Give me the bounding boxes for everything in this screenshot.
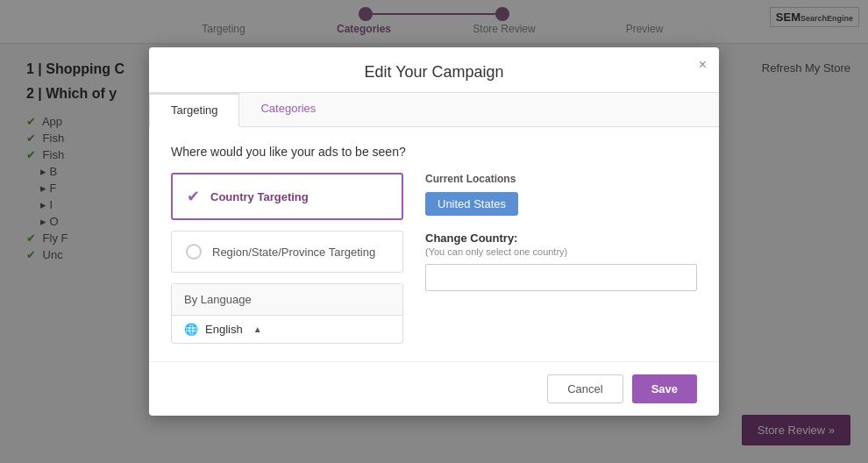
language-dropdown[interactable]: 🌐 English ▲ <box>172 316 402 343</box>
modal-question: Where would you like your ads to be seen… <box>171 145 697 159</box>
country-check-icon: ✔ <box>187 187 200 206</box>
change-country-label: Change Country: <box>425 232 697 245</box>
targeting-options: ✔ Country Targeting Region/State/Provinc… <box>171 173 403 344</box>
globe-icon: 🌐 <box>184 323 198 336</box>
save-button[interactable]: Save <box>632 374 697 403</box>
location-badge: United States <box>425 192 518 216</box>
region-targeting-label: Region/State/Province Targeting <box>212 246 375 259</box>
modal-close-button[interactable]: × <box>699 58 707 72</box>
right-panel: Current Locations United States Change C… <box>425 173 697 344</box>
modal-tabs: Targeting Categories <box>149 93 719 127</box>
tab-targeting[interactable]: Targeting <box>149 93 239 127</box>
chevron-up-icon: ▲ <box>253 324 262 334</box>
change-country-sub: (You can only select one country) <box>425 246 697 257</box>
current-locations-label: Current Locations <box>425 173 697 185</box>
cancel-button[interactable]: Cancel <box>547 374 623 403</box>
region-targeting-option[interactable]: Region/State/Province Targeting <box>171 231 403 273</box>
modal-title: Edit Your Campaign <box>364 63 503 81</box>
language-header: By Language <box>172 284 402 316</box>
language-section: By Language 🌐 English ▲ <box>171 283 403 344</box>
edit-campaign-modal: Edit Your Campaign × Targeting Categorie… <box>149 47 719 416</box>
modal-header: Edit Your Campaign × <box>149 47 719 93</box>
country-search-input[interactable] <box>425 264 697 291</box>
language-label: English <box>205 323 243 336</box>
tab-categories[interactable]: Categories <box>239 93 337 126</box>
modal-body: Where would you like your ads to be seen… <box>149 127 719 361</box>
region-radio-outer <box>186 244 202 260</box>
modal-columns: ✔ Country Targeting Region/State/Provinc… <box>171 173 697 344</box>
modal-footer: Cancel Save <box>149 361 719 416</box>
country-targeting-option[interactable]: ✔ Country Targeting <box>171 173 403 220</box>
country-targeting-label: Country Targeting <box>210 190 309 203</box>
